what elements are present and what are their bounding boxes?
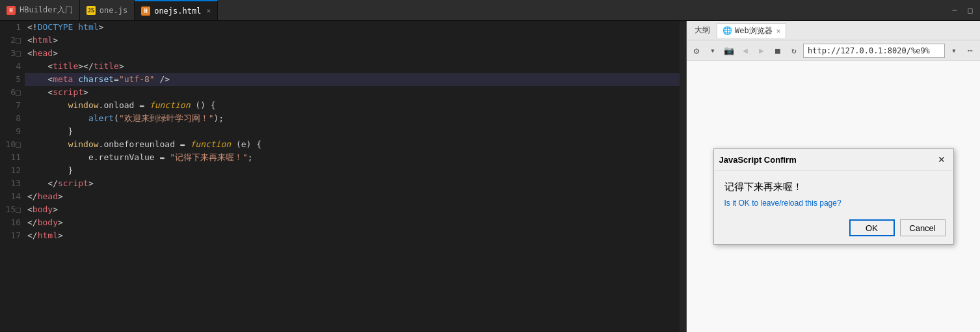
tab-bar: H HBuilder入门 JS one.js H onejs.html ✕ ─ … — [0, 0, 980, 21]
ln-8: 8 — [3, 112, 21, 125]
ln-10: 10□ — [3, 138, 21, 151]
screenshot-icon[interactable]: 📷 — [722, 44, 736, 58]
ln-4: 4 — [3, 60, 21, 73]
code-line-15: <body> — [25, 203, 680, 216]
back-icon[interactable]: ◀ — [738, 44, 752, 58]
tab-onejs-label: one.js — [99, 6, 127, 15]
code-line-12: } — [25, 164, 680, 177]
tab-browser[interactable]: 🌐 Web浏览器 ✕ — [717, 23, 786, 38]
forward-icon[interactable]: ▶ — [754, 44, 769, 58]
js-icon: JS — [86, 6, 96, 15]
code-editor: 1 2□ 3□ 4 5 6□ 7 8 9 10□ 11 12 13 14 15□… — [0, 21, 686, 332]
editor-scrollbar[interactable] — [680, 21, 686, 332]
code-line-3: <head> — [25, 47, 680, 60]
browser-globe-icon: 🌐 — [722, 26, 732, 35]
browser-toolbar: ⚙ ▾ 📷 ◀ ▶ ■ ↻ http://127.0.0.1:8020/%e9%… — [687, 40, 980, 61]
address-text: http://127.0.0.1:8020/%e9% — [808, 46, 930, 55]
tab-browser-label: Web浏览器 — [735, 25, 773, 36]
code-line-16: </body> — [25, 216, 680, 229]
browser-tab-close-icon[interactable]: ✕ — [776, 27, 781, 35]
dialog-cancel-button[interactable]: Cancel — [900, 219, 946, 236]
stop-icon[interactable]: ■ — [771, 44, 785, 58]
settings-dropdown-icon[interactable]: ▾ — [706, 44, 720, 58]
address-bar[interactable]: http://127.0.0.1:8020/%e9% — [803, 44, 945, 58]
code-line-2: <html> — [25, 34, 680, 47]
ln-7: 7 — [3, 99, 21, 112]
tab-onejs-html-label: onejs.html — [154, 7, 201, 16]
tab-hbuilder-label: HBuilder入门 — [20, 5, 73, 16]
ln-16: 16 — [3, 216, 21, 229]
tab-outline-label: 大纲 — [695, 25, 710, 36]
code-line-8: alert("欢迎来到绿叶学习网！"); — [25, 112, 680, 125]
ln-11: 11 — [3, 151, 21, 164]
code-line-7: window.onload = function () { — [25, 99, 680, 112]
dialog-sub-message: Is it OK to leave/reload this page? — [724, 199, 943, 208]
right-tab-bar: 大纲 🌐 Web浏览器 ✕ — [687, 21, 980, 40]
main-area: 1 2□ 3□ 4 5 6□ 7 8 9 10□ 11 12 13 14 15□… — [0, 21, 980, 332]
ln-3: 3□ — [3, 47, 21, 60]
close-icon[interactable]: ✕ — [206, 7, 211, 15]
dialog-titlebar: JavaScript Confirm ✕ — [714, 149, 953, 171]
code-line-13: </script> — [25, 177, 680, 190]
html-icon: H — [141, 7, 150, 16]
ln-13: 13 — [3, 177, 21, 190]
tab-onejs[interactable]: JS one.js — [80, 0, 135, 20]
restore-button[interactable]: □ — [963, 3, 977, 18]
hbuilder-icon: H — [7, 6, 16, 15]
ln-12: 12 — [3, 164, 21, 177]
dialog-buttons: OK Cancel — [714, 214, 953, 244]
ln-14: 14 — [3, 190, 21, 203]
ln-15: 15□ — [3, 203, 21, 216]
ln-2: 2□ — [3, 34, 21, 47]
window-controls: ─ □ — [947, 3, 980, 18]
tab-hbuilder[interactable]: H HBuilder入门 — [0, 0, 80, 20]
ln-5: 5 — [3, 73, 21, 86]
code-line-10: window.onbeforeunload = function (e) { — [25, 138, 680, 151]
code-line-11: e.returnValue = "记得下来再来喔！"; — [25, 151, 680, 164]
code-lines[interactable]: <!DOCTYPE html> <html> <head> <title></t… — [25, 21, 680, 332]
tab-onejs-html[interactable]: H onejs.html ✕ — [135, 0, 218, 20]
minimize-button[interactable]: ─ — [947, 3, 962, 18]
code-line-17: </html> — [25, 229, 680, 242]
dialog-close-button[interactable]: ✕ — [935, 153, 948, 166]
js-confirm-dialog: JavaScript Confirm ✕ 记得下来再来喔！ Is it OK t… — [713, 148, 954, 245]
dialog-ok-button[interactable]: OK — [849, 219, 895, 236]
dialog-body: 记得下来再来喔！ Is it OK to leave/reload this p… — [714, 171, 953, 214]
ln-9: 9 — [3, 125, 21, 138]
dialog-overlay: JavaScript Confirm ✕ 记得下来再来喔！ Is it OK t… — [687, 61, 980, 332]
code-line-6: <script> — [25, 86, 680, 99]
ln-1: 1 — [3, 21, 21, 34]
ln-6: 6□ — [3, 86, 21, 99]
address-dropdown-icon[interactable]: ▾ — [947, 44, 961, 58]
code-content: 1 2□ 3□ 4 5 6□ 7 8 9 10□ 11 12 13 14 15□… — [0, 21, 686, 332]
code-line-4: <title></title> — [25, 60, 680, 73]
tab-outline[interactable]: 大纲 — [689, 23, 715, 37]
code-line-14: </head> — [25, 190, 680, 203]
right-panel: 大纲 🌐 Web浏览器 ✕ ⚙ ▾ 📷 ◀ ▶ ■ ↻ http://127.0… — [686, 21, 980, 332]
refresh-icon[interactable]: ↻ — [787, 44, 801, 58]
code-line-1: <!DOCTYPE html> — [25, 21, 680, 34]
more-icon[interactable]: ⋯ — [963, 44, 977, 58]
code-line-5: <meta charset="utf-8" /> — [25, 73, 680, 86]
browser-content: JavaScript Confirm ✕ 记得下来再来喔！ Is it OK t… — [687, 61, 980, 332]
dialog-title: JavaScript Confirm — [719, 155, 797, 165]
settings-icon[interactable]: ⚙ — [689, 44, 704, 58]
code-line-9: } — [25, 125, 680, 138]
ln-17: 17 — [3, 229, 21, 242]
dialog-message: 记得下来再来喔！ — [724, 181, 943, 193]
line-numbers: 1 2□ 3□ 4 5 6□ 7 8 9 10□ 11 12 13 14 15□… — [0, 21, 25, 332]
